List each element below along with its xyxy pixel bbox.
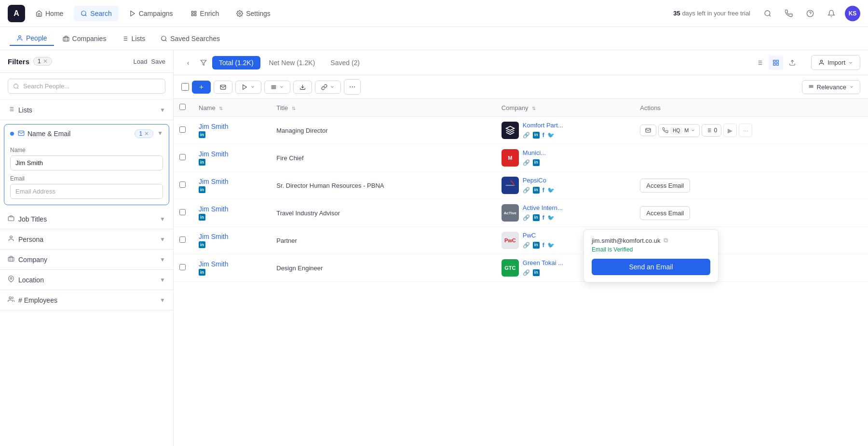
select-all-checkbox[interactable]: [181, 83, 189, 91]
company-facebook-icon[interactable]: f: [542, 214, 544, 221]
send-email-button[interactable]: Send an Email: [592, 259, 710, 275]
company-name-link[interactable]: Active Intern...: [523, 204, 563, 211]
company-web-icon[interactable]: 🔗: [523, 269, 530, 276]
sort-select[interactable]: Relevance: [802, 80, 860, 94]
company-twitter-icon[interactable]: 🐦: [547, 242, 555, 249]
load-button[interactable]: Load: [133, 58, 147, 65]
sidebar-section-location-header[interactable]: Location ▼: [0, 270, 173, 290]
more-actions-btn[interactable]: ···: [344, 79, 361, 95]
company-web-icon[interactable]: 🔗: [523, 214, 530, 221]
sidebar-section-lists-header[interactable]: Lists ▼: [0, 100, 173, 120]
search-people-input[interactable]: [23, 83, 160, 90]
company-web-icon[interactable]: 🔗: [523, 187, 530, 194]
access-email-button[interactable]: Access Email: [640, 179, 690, 193]
phone-btn-first[interactable]: HQ M: [658, 124, 700, 137]
sidebar-section-company-header[interactable]: Company ▼: [0, 250, 173, 269]
company-linkedin-icon[interactable]: in: [533, 242, 540, 249]
download-action-btn[interactable]: [293, 81, 312, 94]
import-button[interactable]: Import: [811, 55, 860, 70]
sidebar-section-persona-header[interactable]: Persona ▼: [0, 229, 173, 249]
row-checkbox[interactable]: [179, 181, 186, 188]
company-linkedin-icon[interactable]: in: [533, 132, 540, 139]
notifications-icon-btn[interactable]: [824, 6, 839, 21]
nav-enrich[interactable]: Enrich: [184, 6, 226, 21]
row-checkbox[interactable]: [179, 209, 186, 215]
linkedin-icon: in: [199, 131, 205, 138]
phone-icon-btn[interactable]: [781, 6, 797, 21]
nav-search[interactable]: Search: [74, 6, 118, 21]
row-checkbox[interactable]: [179, 264, 186, 270]
company-web-icon[interactable]: 🔗: [523, 242, 530, 249]
sidebar-section-employees-header[interactable]: # Employees ▼: [0, 290, 173, 310]
svg-point-8: [19, 35, 21, 38]
email-action-btn[interactable]: [214, 81, 232, 94]
add-action-btn[interactable]: [192, 81, 211, 94]
name-email-badge-clear[interactable]: ✕: [144, 130, 149, 137]
person-name-link[interactable]: Jim Smith: [199, 260, 228, 268]
person-name-link[interactable]: Jim Smith: [199, 150, 228, 158]
subnav-companies[interactable]: Companies: [56, 32, 113, 45]
row-checkbox[interactable]: [179, 126, 186, 133]
nav-home[interactable]: Home: [29, 6, 70, 21]
nav-campaigns[interactable]: Campaigns: [122, 6, 180, 21]
company-name-link[interactable]: Munici...: [523, 149, 546, 156]
company-web-icon[interactable]: 🔗: [523, 132, 530, 139]
company-facebook-icon[interactable]: f: [542, 242, 544, 249]
company-facebook-icon[interactable]: f: [542, 187, 544, 194]
prev-button[interactable]: ‹: [181, 56, 195, 70]
company-twitter-icon[interactable]: 🐦: [547, 214, 555, 221]
help-icon-btn[interactable]: [802, 6, 818, 21]
person-name-link[interactable]: Jim Smith: [199, 178, 228, 185]
person-name-link[interactable]: Jim Smith: [199, 233, 228, 240]
subnav-people[interactable]: People: [10, 31, 54, 46]
forward-btn-first[interactable]: ▶: [723, 124, 737, 137]
row-checkbox[interactable]: [179, 154, 186, 160]
filter-icon-btn[interactable]: [197, 56, 210, 70]
company-linkedin-icon[interactable]: in: [533, 187, 540, 194]
export-view-icon-btn[interactable]: [785, 56, 800, 70]
subnav-lists[interactable]: Lists: [115, 32, 152, 45]
thead-checkbox[interactable]: [179, 104, 186, 110]
linkedin-icon: in: [199, 241, 205, 248]
tab-net-new[interactable]: Net New (1.2K): [262, 56, 322, 70]
company-twitter-icon[interactable]: 🐦: [547, 187, 555, 194]
person-name-link[interactable]: Jim Smith: [199, 205, 228, 213]
filter-count-clear[interactable]: ✕: [43, 58, 48, 65]
email-field-input[interactable]: [10, 184, 163, 199]
company-linkedin-icon[interactable]: in: [533, 159, 540, 166]
count-btn[interactable]: 0: [702, 124, 721, 137]
access-email-button[interactable]: Access Email: [640, 206, 690, 220]
subnav-saved-searches[interactable]: Saved Searches: [154, 32, 227, 45]
company-linkedin-icon[interactable]: in: [533, 214, 540, 221]
person-name-link[interactable]: Jim Smith: [199, 123, 228, 130]
company-name-link[interactable]: Green Tokai ...: [523, 259, 563, 266]
grid-view-icon-btn[interactable]: [769, 56, 783, 70]
user-avatar[interactable]: KS: [845, 6, 860, 21]
email-btn-first[interactable]: [640, 125, 656, 136]
company-linkedin-icon[interactable]: in: [533, 269, 540, 276]
tab-total[interactable]: Total (1.2K): [212, 56, 260, 70]
table-row: Jim Smith in Design Engineer GTC Green T…: [174, 254, 868, 282]
row-checkbox[interactable]: [179, 237, 186, 243]
list-view-icon-btn[interactable]: [752, 56, 767, 70]
company-web-icon[interactable]: 🔗: [523, 159, 530, 166]
global-search-icon-btn[interactable]: [760, 6, 775, 21]
company-twitter-icon[interactable]: 🐦: [547, 132, 555, 139]
more-btn-first[interactable]: ···: [739, 124, 752, 137]
app-logo[interactable]: A: [8, 5, 25, 22]
save-button[interactable]: Save: [151, 58, 165, 65]
company-name-link[interactable]: PwC: [523, 232, 555, 239]
send-action-btn[interactable]: [235, 81, 261, 94]
tab-saved[interactable]: Saved (2): [324, 56, 366, 70]
sidebar-section-job-titles-header[interactable]: Job Titles ▼: [0, 209, 173, 229]
company-facebook-icon[interactable]: f: [542, 132, 544, 139]
nav-settings[interactable]: Settings: [230, 6, 277, 21]
copy-email-icon[interactable]: ⧉: [664, 237, 668, 244]
name-email-section-header[interactable]: Name & Email 1 ✕ ▲: [4, 125, 169, 143]
sort-action-btn[interactable]: [264, 81, 290, 94]
company-name-link[interactable]: Komfort Part...: [523, 122, 563, 129]
link-action-btn[interactable]: [315, 81, 341, 94]
filter-count-badge: 1 ✕: [33, 57, 52, 66]
title-cell: Sr. Director Human Resources - PBNA: [271, 172, 496, 199]
company-name-link[interactable]: PepsiCo: [523, 177, 555, 184]
